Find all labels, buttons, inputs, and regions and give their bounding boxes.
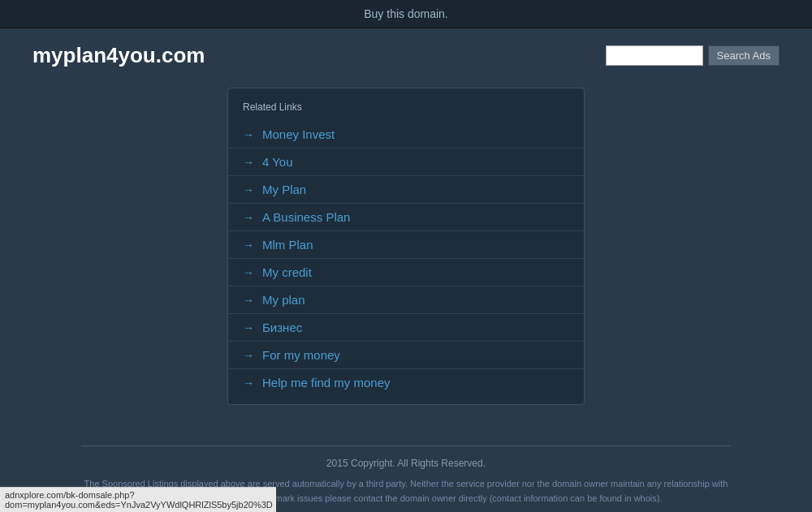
link-item[interactable]: →Mlm Plan [228, 231, 584, 259]
top-banner[interactable]: Buy this domain. [0, 0, 812, 28]
arrow-icon: → [243, 321, 254, 334]
link-text: My Plan [262, 183, 306, 196]
link-text: Бизнес [262, 321, 302, 334]
links-box: Related Links →Money Invest→4 You→My Pla… [227, 88, 585, 405]
arrow-icon: → [243, 294, 254, 307]
buy-domain-link[interactable]: Buy this domain. [364, 7, 448, 20]
arrow-icon: → [243, 376, 254, 389]
status-bar: adnxplore.com/bk-domsale.php?dom=myplan4… [0, 487, 276, 512]
link-text: Money Invest [262, 127, 335, 141]
related-links-label: Related Links [228, 101, 584, 121]
copyright-text: 2015 Copyright. All Rights Reserved. [81, 458, 731, 469]
link-text: A Business Plan [262, 210, 350, 224]
arrow-icon: → [243, 349, 254, 362]
status-url: adnxplore.com/bk-domsale.php?dom=myplan4… [5, 490, 273, 510]
arrow-icon: → [243, 211, 254, 224]
arrow-icon: → [243, 266, 254, 279]
main-container: Related Links →Money Invest→4 You→My Pla… [0, 80, 812, 421]
arrow-icon: → [243, 156, 254, 169]
arrow-icon: → [243, 239, 254, 252]
link-text: For my money [262, 348, 340, 362]
arrow-icon: → [243, 183, 254, 196]
link-text: Mlm Plan [262, 238, 313, 252]
footer-divider [81, 445, 731, 446]
link-text: My plan [262, 293, 305, 307]
arrow-icon: → [243, 128, 254, 141]
link-item[interactable]: →Help me find my money [228, 369, 584, 396]
link-item[interactable]: →Money Invest [228, 121, 584, 148]
search-button[interactable]: Search Ads [708, 45, 780, 66]
header: myplan4you.com Search Ads [0, 28, 812, 80]
link-item[interactable]: →My plan [228, 286, 584, 314]
link-item[interactable]: →4 You [228, 148, 584, 176]
link-item[interactable]: →For my money [228, 342, 584, 369]
link-text: 4 You [262, 155, 293, 169]
link-item[interactable]: →My credit [228, 259, 584, 286]
site-title: myplan4you.com [32, 43, 205, 68]
link-text: Help me find my money [262, 376, 391, 389]
link-text: My credit [262, 265, 312, 279]
link-item[interactable]: →My Plan [228, 176, 584, 204]
search-input[interactable] [606, 45, 703, 66]
search-area: Search Ads [606, 45, 780, 66]
link-item[interactable]: →Бизнес [228, 314, 584, 342]
link-item[interactable]: →A Business Plan [228, 204, 584, 231]
